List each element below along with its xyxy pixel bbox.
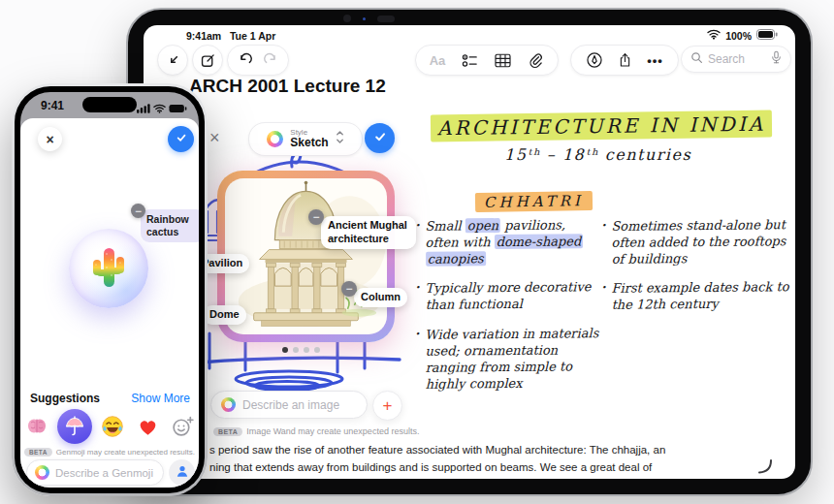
genmoji-close-button[interactable]: × <box>38 127 62 151</box>
describe-genmoji-placeholder: Describe a Genmoji <box>55 467 153 479</box>
style-picker[interactable]: Style Sketch <box>248 122 363 156</box>
check-icon <box>372 129 388 148</box>
beta-text: Genmoji may create unexpected results. <box>56 448 195 457</box>
beta-text: Image Wand may create unexpected results… <box>246 426 419 436</box>
chhatri-generated-image <box>225 178 387 334</box>
note-section-label: CHHATRI <box>475 192 593 211</box>
ipad-device: 9:41am Tue 1 Apr 100% <box>126 8 813 496</box>
note-body-line1: s period saw the rise of another feature… <box>209 441 753 458</box>
note-bullet: ·First example dates back to the 12th ce… <box>601 279 795 314</box>
page-curl-icon[interactable] <box>756 457 776 477</box>
undo-redo-group <box>227 45 289 76</box>
check-icon <box>175 131 188 148</box>
remove-label-column-button[interactable]: − <box>341 281 357 297</box>
describe-image-input[interactable]: Describe an image <box>210 391 368 419</box>
chevron-up-down-icon <box>336 130 344 148</box>
ipad-camera <box>343 15 395 22</box>
note-right-column: ·Sometimes stand-alone but often added t… <box>601 217 795 326</box>
ipad-status-right: 100% <box>707 29 778 42</box>
note-bullet: ·Small open pavilions, often with dome-s… <box>415 216 601 268</box>
ipad-status-left: 9:41am Tue 1 Apr <box>186 30 275 42</box>
beta-badge: BETA <box>213 427 242 436</box>
compose-button[interactable] <box>192 45 223 76</box>
undo-button[interactable] <box>238 52 253 68</box>
image-wand-confirm-button[interactable] <box>365 123 395 153</box>
format-text-button[interactable]: Aa <box>430 53 446 68</box>
iphone-time: 9:41 <box>41 99 64 112</box>
search-input[interactable]: Search <box>681 46 791 73</box>
search-placeholder: Search <box>708 52 766 66</box>
collapse-button[interactable] <box>157 45 188 76</box>
remove-genmoji-label-button[interactable]: − <box>131 204 145 218</box>
cellular-icon <box>137 100 150 117</box>
apple-intelligence-icon <box>221 397 236 412</box>
genmoji-app: 9:41 × <box>20 92 199 488</box>
laughing-crying-emoji[interactable] <box>98 412 127 441</box>
battery-icon <box>756 29 778 42</box>
genmoji-label[interactable]: Rainbow cactus <box>141 209 199 242</box>
checklist-button[interactable] <box>462 53 478 68</box>
format-toolbar-group: Aa <box>415 45 559 76</box>
umbrella-emoji[interactable] <box>57 409 92 444</box>
heart-emoji[interactable] <box>133 412 162 441</box>
note-bullet: ·Sometimes stand-alone but often added t… <box>601 216 795 268</box>
image-variant-pager[interactable] <box>282 347 320 353</box>
describe-image-placeholder: Describe an image <box>242 398 339 412</box>
add-emoji-button[interactable] <box>168 412 197 441</box>
personal-genmoji-button[interactable] <box>169 459 195 486</box>
describe-genmoji-input[interactable]: Describe a Genmoji <box>26 459 164 486</box>
apple-intelligence-icon <box>35 465 49 480</box>
ipad-date: Tue 1 Apr <box>230 30 275 42</box>
wifi-icon <box>707 29 721 42</box>
suggestion-row <box>20 409 199 444</box>
show-more-link[interactable]: Show More <box>131 392 190 405</box>
note-body-line2: ning that extends away from buildings an… <box>209 458 753 476</box>
marketing-scene: 9:41am Tue 1 Apr 100% <box>0 0 834 504</box>
dynamic-island <box>82 97 137 112</box>
wifi-icon <box>153 100 166 117</box>
image-wand-beta-note: BETA Image Wand may create unexpected re… <box>213 426 419 436</box>
note-heading: ARCHITECTURE IN INDIA <box>431 112 772 140</box>
note-body-text: s period saw the rise of another feature… <box>209 441 753 476</box>
attachment-icon[interactable] <box>528 52 544 69</box>
person-icon <box>176 464 189 482</box>
note-bullet: ·Wide variation in materials used; ornam… <box>415 325 602 393</box>
search-icon <box>690 50 703 68</box>
iphone-device: 9:41 × <box>12 83 208 496</box>
add-image-button[interactable]: + <box>372 391 402 421</box>
genmoji-confirm-button[interactable] <box>168 126 194 152</box>
note-subheading: 15ᵗʰ – 18ᵗʰ centuries <box>504 145 691 164</box>
brain-emoji[interactable] <box>22 412 51 441</box>
note-bullet: ·Typically more decorative than function… <box>415 279 601 314</box>
compose-icon <box>200 52 216 69</box>
markup-pencil-icon[interactable] <box>586 51 603 69</box>
note-left-column: ·Small open pavilions, often with dome-s… <box>415 217 601 404</box>
collapse-icon <box>165 52 181 69</box>
dictation-mic-icon[interactable] <box>771 50 782 69</box>
notes-app: 9:41am Tue 1 Apr 100% <box>144 25 795 479</box>
label-column[interactable]: Column <box>354 288 407 307</box>
rainbow-cactus-emoji <box>85 244 132 293</box>
beta-badge: BETA <box>24 448 52 457</box>
more-options-button[interactable]: ••• <box>647 53 663 68</box>
remove-label-main-button[interactable]: − <box>308 209 324 225</box>
iphone-status-icons <box>137 100 187 117</box>
battery-icon <box>169 100 187 117</box>
battery-percent: 100% <box>725 30 752 42</box>
image-wand-close-button[interactable]: × <box>209 128 220 148</box>
ipad-time: 9:41am <box>186 30 221 42</box>
style-value: Sketch <box>290 137 328 149</box>
label-dome[interactable]: Dome <box>203 305 246 325</box>
note-title: ARCH 2001 Lecture 12 <box>189 76 386 97</box>
label-ancient-mughal[interactable]: Ancient Mughal architecture <box>321 216 416 249</box>
share-icon[interactable] <box>618 51 632 69</box>
genmoji-sheet: × − Rainbow cactus <box>20 118 199 488</box>
suggestions-title: Suggestions <box>30 392 100 405</box>
genmoji-beta-note: BETA Genmoji may create unexpected resul… <box>20 448 199 457</box>
table-button[interactable] <box>495 53 511 68</box>
redo-button[interactable] <box>263 52 278 68</box>
style-color-icon <box>267 131 283 147</box>
actions-toolbar-group: ••• <box>570 45 679 76</box>
